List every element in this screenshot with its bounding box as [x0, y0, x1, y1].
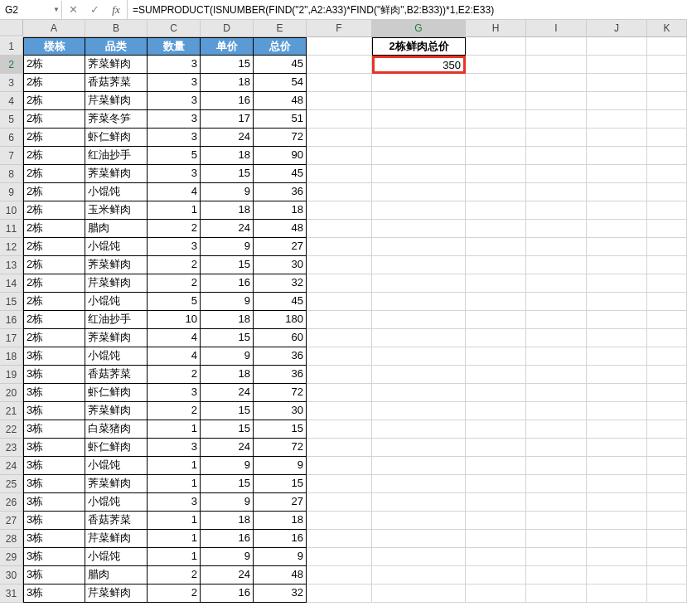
cell-K29[interactable]: [647, 548, 687, 566]
cell-H7[interactable]: [466, 147, 526, 165]
cell-H29[interactable]: [466, 548, 526, 566]
cell-F17[interactable]: [307, 329, 372, 347]
cell-B28[interactable]: 芹菜鲜肉: [85, 530, 148, 548]
cell-C2[interactable]: 3: [148, 56, 201, 74]
cell-K17[interactable]: [647, 329, 687, 347]
cell-H15[interactable]: [466, 293, 526, 311]
cell-K2[interactable]: [647, 56, 687, 74]
cell-G17[interactable]: [372, 329, 466, 347]
cell-I29[interactable]: [526, 548, 587, 566]
cell-C10[interactable]: 1: [148, 201, 201, 220]
cell-A10[interactable]: 2栋: [23, 201, 85, 220]
cell-H20[interactable]: [466, 384, 526, 402]
cell-D27[interactable]: 18: [201, 512, 254, 530]
cell-E21[interactable]: 30: [254, 402, 307, 420]
cell-E6[interactable]: 72: [254, 129, 307, 147]
cell-D21[interactable]: 15: [201, 402, 254, 420]
cell-E24[interactable]: 9: [254, 457, 307, 475]
cell-A16[interactable]: 2栋: [23, 311, 85, 329]
cell-F29[interactable]: [307, 548, 372, 566]
cell-C16[interactable]: 10: [148, 311, 201, 329]
cell-J26[interactable]: [587, 493, 647, 512]
row-header[interactable]: 16: [0, 311, 23, 329]
cell-K4[interactable]: [647, 92, 687, 110]
cell-J2[interactable]: [587, 56, 647, 74]
cell-J11[interactable]: [587, 220, 647, 238]
cell-F13[interactable]: [307, 256, 372, 274]
cell-E12[interactable]: 27: [254, 238, 307, 256]
cell-F25[interactable]: [307, 475, 372, 493]
cell-C19[interactable]: 2: [148, 366, 201, 384]
cell-C5[interactable]: 3: [148, 110, 201, 129]
cell-E19[interactable]: 36: [254, 366, 307, 384]
cell-D13[interactable]: 15: [201, 256, 254, 274]
cell-J15[interactable]: [587, 293, 647, 311]
row-header[interactable]: 15: [0, 293, 23, 311]
cell-C8[interactable]: 3: [148, 165, 201, 183]
cell-E28[interactable]: 16: [254, 530, 307, 548]
cell-D12[interactable]: 9: [201, 238, 254, 256]
cell-C14[interactable]: 2: [148, 274, 201, 293]
cell-K25[interactable]: [647, 475, 687, 493]
cell-K10[interactable]: [647, 201, 687, 220]
cell-F10[interactable]: [307, 201, 372, 220]
cell-A15[interactable]: 2栋: [23, 293, 85, 311]
row-header[interactable]: 9: [0, 183, 23, 201]
cell-H2[interactable]: [466, 56, 526, 74]
cell-F7[interactable]: [307, 147, 372, 165]
cell-H31[interactable]: [466, 584, 526, 603]
cell-I19[interactable]: [526, 366, 587, 384]
cell-J7[interactable]: [587, 147, 647, 165]
cell-B29[interactable]: 小馄饨: [85, 548, 148, 566]
cell-A29[interactable]: 3栋: [23, 548, 85, 566]
cell-C28[interactable]: 1: [148, 530, 201, 548]
cell-F28[interactable]: [307, 530, 372, 548]
cell-K9[interactable]: [647, 183, 687, 201]
row-header[interactable]: 22: [0, 420, 23, 439]
cell-I2[interactable]: [526, 56, 587, 74]
cell-D6[interactable]: 24: [201, 129, 254, 147]
cell-F6[interactable]: [307, 129, 372, 147]
cell-D15[interactable]: 9: [201, 293, 254, 311]
cell-C24[interactable]: 1: [148, 457, 201, 475]
cell-D19[interactable]: 18: [201, 366, 254, 384]
row-header[interactable]: 3: [0, 74, 23, 92]
cell-I20[interactable]: [526, 384, 587, 402]
cell-G8[interactable]: [372, 165, 466, 183]
cell-D2[interactable]: 15: [201, 56, 254, 74]
cell-A9[interactable]: 2栋: [23, 183, 85, 201]
cell-B15[interactable]: 小馄饨: [85, 293, 148, 311]
column-header-I[interactable]: I: [526, 20, 587, 36]
cell-E7[interactable]: 90: [254, 147, 307, 165]
cell-I11[interactable]: [526, 220, 587, 238]
row-header[interactable]: 5: [0, 110, 23, 129]
cell-A7[interactable]: 2栋: [23, 147, 85, 165]
cell-A19[interactable]: 3栋: [23, 366, 85, 384]
cell-B1[interactable]: 品类: [85, 37, 148, 56]
column-header-G[interactable]: G: [372, 20, 466, 36]
cell-I12[interactable]: [526, 238, 587, 256]
cell-G26[interactable]: [372, 493, 466, 512]
cell-H12[interactable]: [466, 238, 526, 256]
cell-E18[interactable]: 36: [254, 347, 307, 366]
cell-C3[interactable]: 3: [148, 74, 201, 92]
cell-B4[interactable]: 芹菜鲜肉: [85, 92, 148, 110]
cell-F24[interactable]: [307, 457, 372, 475]
cell-H17[interactable]: [466, 329, 526, 347]
cell-D1[interactable]: 单价: [201, 37, 254, 56]
cell-G16[interactable]: [372, 311, 466, 329]
cell-I9[interactable]: [526, 183, 587, 201]
cell-D9[interactable]: 9: [201, 183, 254, 201]
cell-K23[interactable]: [647, 439, 687, 457]
cell-F19[interactable]: [307, 366, 372, 384]
cell-D16[interactable]: 18: [201, 311, 254, 329]
cell-H3[interactable]: [466, 74, 526, 92]
cell-J22[interactable]: [587, 420, 647, 439]
cell-J20[interactable]: [587, 384, 647, 402]
cell-K24[interactable]: [647, 457, 687, 475]
cell-C27[interactable]: 1: [148, 512, 201, 530]
cell-C12[interactable]: 3: [148, 238, 201, 256]
cell-D30[interactable]: 24: [201, 566, 254, 584]
cell-E2[interactable]: 45: [254, 56, 307, 74]
cell-B31[interactable]: 芹菜鲜肉: [85, 584, 148, 603]
